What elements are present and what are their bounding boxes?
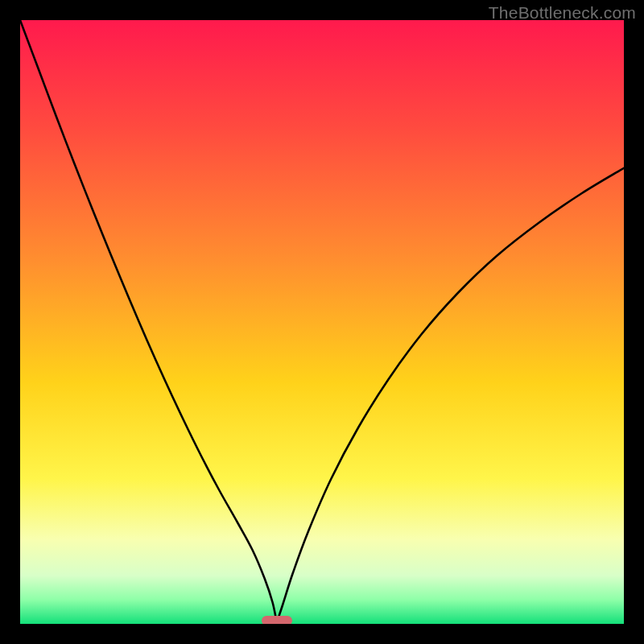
bottleneck-marker <box>262 616 292 625</box>
gradient-background <box>20 20 624 624</box>
plot-area <box>20 20 624 624</box>
chart-svg <box>20 20 624 624</box>
chart-frame: TheBottleneck.com <box>0 0 644 644</box>
